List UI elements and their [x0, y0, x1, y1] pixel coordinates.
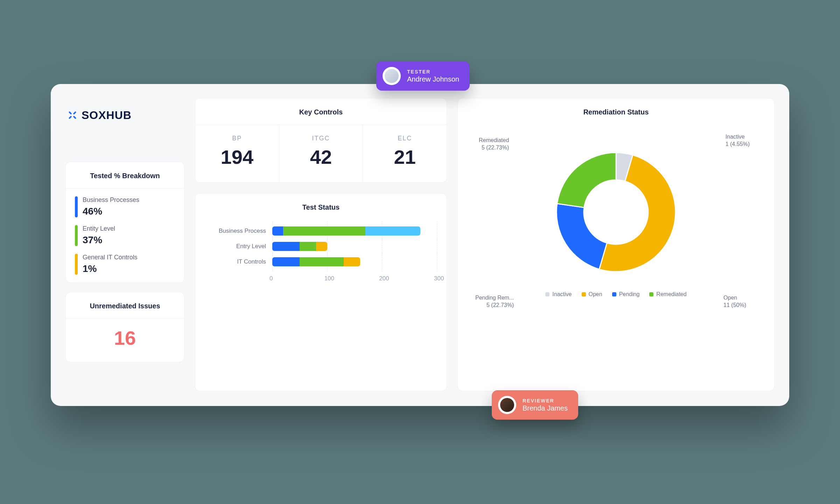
remediation-title: Remediation Status: [458, 98, 774, 125]
chip-role: TESTER: [407, 69, 459, 75]
donut-label-open: Open 11 (50%): [723, 294, 746, 309]
brand-name: SOXHUB: [82, 109, 132, 122]
avatar: [498, 396, 516, 414]
kc-label: ITGC: [279, 135, 363, 142]
breakdown-row-entity: Entity Level 37%: [75, 217, 175, 246]
donut-label-pending: Pending Rem... 5 (22.73%): [475, 294, 514, 309]
svg-rect-0: [73, 111, 76, 115]
legend-open: Open: [582, 291, 602, 298]
ts-category-label: IT Controls: [209, 258, 272, 265]
test-status-card: Test Status Business ProcessEntry LevelI…: [195, 193, 447, 391]
breakdown-bar-icon: [75, 254, 78, 275]
breakdown-row-itgc: General IT Controls 1%: [75, 246, 175, 275]
breakdown-row-bp: Business Processes 46%: [75, 189, 175, 217]
key-controls-title: Key Controls: [195, 98, 447, 125]
key-controls-bp: BP 194: [195, 125, 279, 182]
donut-label-remediated: Remediated 5 (22.73%): [479, 137, 509, 152]
dashboard: SOXHUB Tested % Breakdown Business Proce…: [51, 84, 789, 406]
breakdown-label: General IT Controls: [83, 254, 138, 261]
avatar: [383, 67, 401, 85]
tested-breakdown-title: Tested % Breakdown: [66, 162, 184, 188]
donut-label-inactive: Inactive 1 (4.55%): [726, 133, 750, 148]
tested-breakdown-body: Business Processes 46% Entity Level 37% …: [66, 188, 184, 282]
breakdown-bar-icon: [75, 225, 78, 246]
remediation-card: Remediation Status Remediated 5 (22.73%)…: [457, 98, 775, 391]
key-controls-itgc: ITGC 42: [279, 125, 363, 182]
ts-axis-tick: 200: [379, 275, 389, 282]
breakdown-bar-icon: [75, 196, 78, 217]
kc-value: 194: [195, 146, 279, 168]
kc-label: BP: [195, 135, 279, 142]
breakdown-value: 37%: [83, 234, 115, 246]
ts-axis-tick: 100: [324, 275, 334, 282]
unremediated-card: Unremediated Issues 16: [65, 292, 184, 362]
ts-category-label: Business Process: [209, 227, 272, 234]
breakdown-label: Entity Level: [83, 225, 115, 232]
brand-logo-icon: [67, 110, 78, 121]
test-status-chart: Business ProcessEntry LevelIT Controls01…: [195, 220, 447, 391]
svg-rect-2: [69, 111, 72, 115]
tester-chip[interactable]: TESTER Andrew Johnson: [376, 61, 470, 91]
test-status-title: Test Status: [195, 194, 447, 220]
key-controls-card: Key Controls BP 194 ITGC 42 ELC 21: [195, 98, 447, 183]
tested-breakdown-card: Tested % Breakdown Business Processes 46…: [65, 162, 184, 283]
breakdown-value: 46%: [83, 206, 139, 217]
ts-axis-tick: 300: [434, 275, 444, 282]
legend-inactive: Inactive: [545, 291, 572, 298]
unremediated-value: 16: [66, 318, 184, 362]
reviewer-chip[interactable]: REVIEWER Brenda James: [492, 390, 578, 420]
kc-value: 21: [363, 146, 447, 168]
chip-name: Brenda James: [523, 404, 568, 412]
ts-axis-tick: 0: [270, 275, 273, 282]
unremediated-title: Unremediated Issues: [66, 292, 184, 318]
breakdown-label: Business Processes: [83, 196, 139, 204]
middle-column: Key Controls BP 194 ITGC 42 ELC 21 Test …: [195, 98, 447, 391]
legend-pending: Pending: [612, 291, 640, 298]
kc-value: 42: [279, 146, 363, 168]
key-controls-elc: ELC 21: [363, 125, 447, 182]
kc-label: ELC: [363, 135, 447, 142]
svg-rect-1: [69, 115, 72, 119]
chip-role: REVIEWER: [523, 398, 568, 404]
legend-remediated: Remediated: [649, 291, 686, 298]
brand: SOXHUB: [65, 98, 184, 122]
svg-rect-3: [73, 115, 76, 119]
left-column: Tested % Breakdown Business Processes 46…: [65, 162, 184, 392]
ts-category-label: Entry Level: [209, 243, 272, 250]
remediation-donut-chart: [550, 146, 682, 279]
breakdown-value: 1%: [83, 263, 138, 274]
chip-name: Andrew Johnson: [407, 75, 459, 83]
